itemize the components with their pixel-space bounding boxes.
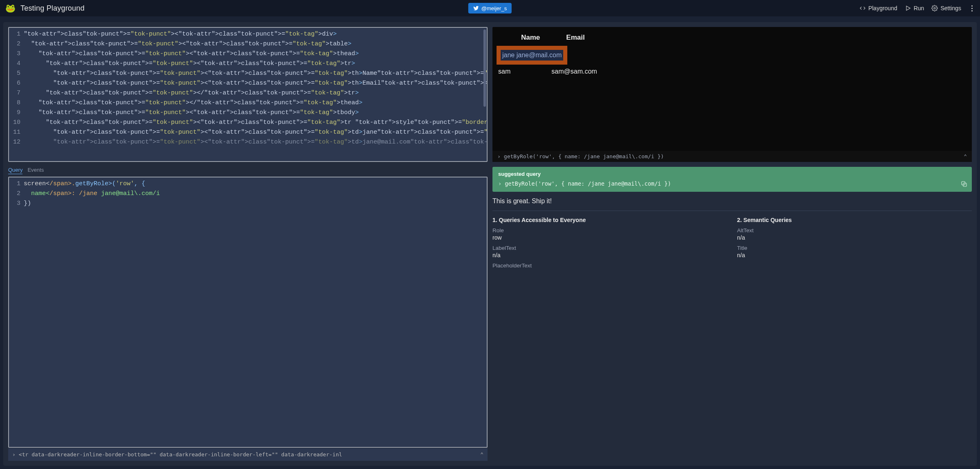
- divider: [492, 211, 972, 211]
- tab-events[interactable]: Events: [27, 167, 44, 174]
- run-label: Run: [914, 5, 924, 11]
- scrollbar[interactable]: [483, 29, 486, 107]
- chevron-right-icon: ›: [497, 153, 501, 159]
- tabs: Query Events: [8, 167, 488, 174]
- cell-email: jane@mail.com: [517, 52, 562, 58]
- query-item-value: n/a: [737, 252, 972, 258]
- col-name-header: Name: [497, 31, 550, 46]
- top-bar: 🐸 Testing Playground @meijer_s Playgroun…: [0, 0, 980, 16]
- query-item-label: AltText: [737, 227, 972, 233]
- semantic-queries-title: 2. Semantic Queries: [737, 217, 972, 223]
- playground-button[interactable]: Playground: [859, 5, 897, 11]
- workspace: 123456789101112 "tok-attr">class"tok-pun…: [3, 22, 977, 466]
- preview-pane: Name Email jane jane@mail.com: [492, 27, 972, 162]
- query-item[interactable]: AltText n/a: [737, 227, 972, 241]
- chevron-up-icon[interactable]: ⌃: [964, 153, 967, 159]
- query-categories: 1. Queries Accessible to Everyone Role r…: [492, 217, 972, 273]
- col-email-header: Email: [550, 31, 605, 46]
- cell-email: sam@sam.com: [550, 65, 605, 79]
- copy-icon: [960, 180, 968, 188]
- query-item-value: n/a: [492, 252, 727, 258]
- table-row[interactable]: jane jane@mail.com: [497, 46, 605, 65]
- settings-button[interactable]: Settings: [931, 5, 961, 11]
- top-actions: Playground Run Settings: [859, 5, 975, 11]
- query-item[interactable]: LabelText n/a: [492, 245, 727, 258]
- query-gutter: 123: [9, 177, 23, 447]
- settings-label: Settings: [940, 5, 961, 11]
- play-icon: [905, 5, 911, 11]
- highlighted-row-content: jane jane@mail.com: [497, 46, 567, 65]
- twitter-icon: [473, 5, 479, 11]
- table-row[interactable]: sam sam@sam.com: [497, 65, 605, 79]
- preview-footer: › getByRole('row', { name: /jane jane@ma…: [492, 151, 972, 162]
- suggested-query-title: suggested query: [498, 171, 966, 177]
- svg-point-0: [934, 7, 935, 9]
- twitter-handle: @meijer_s: [481, 5, 507, 11]
- playground-label: Playground: [868, 5, 897, 11]
- suggested-query-code: › getByRole('row', { name: /jane jane@ma…: [498, 180, 966, 187]
- run-button[interactable]: Run: [905, 5, 924, 11]
- query-item[interactable]: Role row: [492, 227, 727, 241]
- query-item-value: row: [492, 234, 727, 241]
- query-item-label: PlaceholderText: [492, 263, 727, 269]
- cell-name: jane: [502, 52, 515, 58]
- suggestion-panel: suggested query › getByRole('row', { nam…: [492, 167, 972, 461]
- query-item-label: LabelText: [492, 245, 727, 251]
- result-message: This is great. Ship it!: [492, 197, 972, 205]
- more-menu-button[interactable]: [969, 5, 975, 11]
- element-breadcrumb: › <tr data-darkreader-inline-border-bott…: [8, 448, 488, 461]
- chevron-right-icon: ›: [12, 451, 16, 458]
- tab-query[interactable]: Query: [8, 167, 22, 174]
- accessible-queries-title: 1. Queries Accessible to Everyone: [492, 217, 727, 223]
- breadcrumb-path: <tr data-darkreader-inline-border-bottom…: [19, 451, 342, 458]
- query-item[interactable]: Title n/a: [737, 245, 972, 258]
- suggested-query-box: suggested query › getByRole('row', { nam…: [492, 167, 972, 192]
- twitter-link-button[interactable]: @meijer_s: [468, 3, 512, 13]
- query-code[interactable]: screen</span>.getByRole>('row', { name</…: [23, 177, 487, 447]
- query-editor[interactable]: 123 screen</span>.getByRole>('row', { na…: [8, 177, 488, 448]
- app-title: Testing Playground: [20, 4, 85, 13]
- gear-icon: [931, 5, 938, 11]
- markup-code[interactable]: "tok-attr">class"tok-punct">="tok-punct"…: [23, 28, 487, 161]
- query-item-label: Title: [737, 245, 972, 251]
- chevron-right-icon: ›: [498, 180, 501, 187]
- preview-footer-code: getByRole('row', { name: /jane jane@mail…: [504, 153, 664, 159]
- accessible-queries-col: 1. Queries Accessible to Everyone Role r…: [492, 217, 727, 273]
- frog-logo-icon: 🐸: [5, 3, 16, 13]
- cell-name: sam: [497, 65, 550, 79]
- query-item-label: Role: [492, 227, 727, 233]
- query-panel: Query Events 123 screen</span>.getByRole…: [8, 167, 488, 461]
- suggested-query-text: getByRole('row', { name: /jane jane@mail…: [505, 180, 671, 187]
- chevron-up-icon[interactable]: ⌃: [480, 451, 483, 458]
- preview-table: Name Email jane jane@mail.com: [497, 31, 605, 79]
- copy-button[interactable]: [960, 180, 968, 188]
- semantic-queries-col: 2. Semantic Queries AltText n/a Title n/…: [737, 217, 972, 273]
- query-item-value: n/a: [737, 234, 972, 241]
- embed-icon: [859, 5, 866, 11]
- markup-editor[interactable]: 123456789101112 "tok-attr">class"tok-pun…: [8, 27, 488, 162]
- query-item[interactable]: PlaceholderText: [492, 263, 727, 269]
- table-header-row: Name Email: [497, 31, 605, 46]
- markup-gutter: 123456789101112: [9, 28, 23, 161]
- preview-body[interactable]: Name Email jane jane@mail.com: [497, 31, 968, 151]
